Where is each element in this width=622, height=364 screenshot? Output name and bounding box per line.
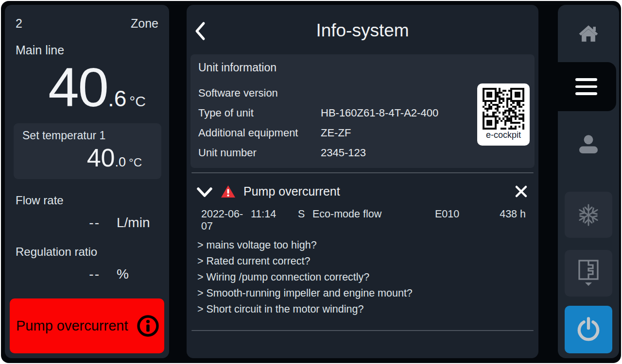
flow-rate-row: -- L/min [16, 215, 158, 231]
set-temperature-label: Set temperatur 1 [22, 129, 153, 142]
zone-header: 2 Zone [16, 17, 158, 31]
e-cockpit-qr-card[interactable]: e-cockpit [477, 83, 530, 146]
warning-icon [221, 185, 236, 198]
row-label: Additional equipment [198, 127, 321, 139]
qr-code [483, 88, 524, 130]
regulation-ratio-row: -- % [16, 266, 158, 282]
set-temp-unit: °C [129, 156, 142, 169]
power-icon [576, 317, 601, 342]
alarm-hint: > Wiring /pump connection correctly? [197, 269, 535, 285]
hmi-screen: 2 Zone Main line 40.6°C Set temperatur 1… [1, 1, 621, 363]
set-temp-integer: 40 [87, 144, 115, 172]
row-value: 2345-123 [321, 147, 527, 159]
alarm-hint-list: > mains voltage too high? > Rated curren… [190, 237, 535, 317]
alarm-entry-header[interactable]: Pump overcurrent [190, 181, 535, 201]
unit-information-title: Unit information [190, 61, 535, 74]
regulation-ratio-value: -- [16, 266, 100, 282]
flow-rate-unit: L/min [117, 215, 157, 231]
alarm-banner[interactable]: Pump overcurrent [10, 298, 164, 353]
zone-number: 2 [16, 17, 22, 31]
user-icon [578, 134, 599, 154]
alarm-hint: > mains voltage too high? [197, 237, 535, 253]
info-icon[interactable] [137, 314, 159, 337]
sidebar [558, 5, 619, 358]
alarm-meta-row: 2022-06-07 11:14 S Eco-mode flow E010 43… [190, 208, 535, 232]
unit-information-box: Unit information Software version Type o… [190, 54, 535, 168]
sidebar-item-user[interactable] [558, 111, 619, 177]
power-button[interactable] [565, 306, 612, 353]
alarm-banner-text: Pump overcurrent [16, 318, 128, 334]
alarm-mode: Eco-mode flow [312, 208, 435, 220]
regulation-ratio-label: Regulation ratio [16, 245, 158, 259]
set-temperature-value: 40.0°C [22, 143, 153, 172]
main-line-temperature: 40.6°C [16, 58, 158, 116]
hamburger-menu-icon [575, 78, 597, 81]
set-temperature-box[interactable]: Set temperatur 1 40.0°C [14, 123, 161, 179]
main-temp-integer: 40 [48, 56, 108, 118]
row-label: Software version [198, 87, 321, 99]
chevron-down-icon[interactable] [196, 187, 213, 198]
main-line-label: Main line [16, 43, 158, 57]
sidebar-item-home[interactable] [558, 5, 619, 62]
regulation-ratio-unit: % [117, 266, 157, 282]
alarm-hint: > Rated current correct? [197, 253, 535, 269]
alarm-hint: > Short circuit in the motor winding? [197, 301, 535, 317]
alarm-hours: 438 h [489, 208, 526, 220]
info-system-header: Info-system [190, 5, 535, 54]
row-label: Unit number [198, 147, 321, 159]
qr-label: e-cockpit [477, 130, 530, 140]
divider [191, 330, 534, 331]
alarm-priority: S [298, 208, 312, 220]
main-temp-unit: °C [129, 93, 146, 109]
alarm-code: E010 [435, 208, 489, 220]
mold-zone-icon [576, 259, 601, 288]
alarm-date: 2022-06-07 [201, 208, 251, 232]
zone-label: Zone [131, 17, 158, 31]
set-temp-fraction: .0 [115, 155, 126, 169]
flow-rate-value: -- [16, 215, 100, 231]
close-icon[interactable] [515, 185, 528, 198]
unit-info-row: Unit number 2345-123 [190, 147, 535, 159]
snowflake-icon [576, 202, 601, 228]
alarm-time: 11:14 [251, 208, 298, 220]
zone-status-panel: 2 Zone Main line 40.6°C Set temperatur 1… [5, 5, 169, 358]
alarm-title: Pump overcurrent [243, 184, 340, 199]
sidebar-item-menu-active[interactable] [544, 62, 616, 111]
alarm-hint: > Smooth-running impeller and engine mou… [197, 285, 535, 301]
flow-rate-label: Flow rate [16, 194, 158, 207]
mold-select-button[interactable] [565, 250, 612, 297]
home-icon [579, 25, 598, 42]
row-label: Type of unit [198, 107, 321, 119]
main-temp-fraction: .6 [108, 86, 126, 111]
cooling-button[interactable] [565, 192, 612, 238]
info-system-panel: Info-system Unit information Software ve… [187, 5, 538, 358]
page-title: Info-system [190, 20, 535, 41]
divider [191, 172, 534, 173]
